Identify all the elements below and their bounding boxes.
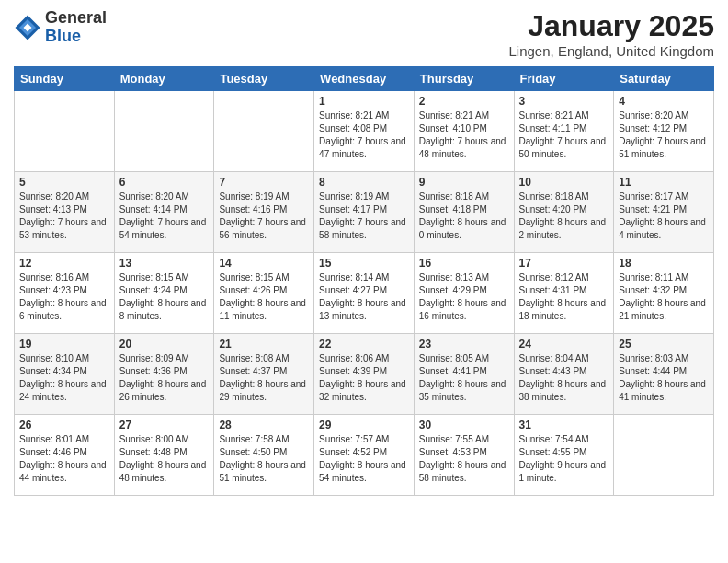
day-info: Sunrise: 8:05 AMSunset: 4:41 PMDaylight:… [419, 352, 509, 404]
day-number: 27 [119, 419, 210, 431]
table-row [15, 91, 115, 172]
day-number: 17 [519, 257, 609, 270]
table-row: 4 Sunrise: 8:20 AMSunset: 4:12 PMDayligh… [614, 91, 714, 172]
table-row: 27 Sunrise: 8:00 AMSunset: 4:48 PMDaylig… [114, 415, 214, 496]
day-number: 19 [19, 338, 109, 350]
day-number: 2 [419, 95, 509, 108]
calendar-week-row: 19 Sunrise: 8:10 AMSunset: 4:34 PMDaylig… [15, 334, 714, 415]
calendar-week-row: 26 Sunrise: 8:01 AMSunset: 4:46 PMDaylig… [15, 415, 714, 496]
table-row: 30 Sunrise: 7:55 AMSunset: 4:53 PMDaylig… [414, 415, 514, 496]
table-row: 9 Sunrise: 8:18 AMSunset: 4:18 PMDayligh… [414, 172, 514, 253]
day-number: 26 [19, 419, 109, 431]
day-number: 18 [619, 257, 709, 270]
table-row: 26 Sunrise: 8:01 AMSunset: 4:46 PMDaylig… [15, 415, 115, 496]
day-number: 10 [519, 176, 609, 189]
day-info: Sunrise: 8:03 AMSunset: 4:44 PMDaylight:… [619, 352, 709, 404]
day-info: Sunrise: 8:20 AMSunset: 4:14 PMDaylight:… [119, 190, 210, 242]
day-number: 24 [519, 338, 609, 350]
table-row [614, 415, 714, 496]
day-info: Sunrise: 8:16 AMSunset: 4:23 PMDaylight:… [19, 271, 109, 323]
day-number: 12 [19, 257, 109, 270]
location: Lingen, England, United Kingdom [509, 43, 715, 59]
day-number: 7 [219, 176, 309, 189]
table-row: 6 Sunrise: 8:20 AMSunset: 4:14 PMDayligh… [114, 172, 214, 253]
col-thursday: Thursday [414, 67, 514, 91]
logo-text: General Blue [45, 9, 107, 46]
table-row: 1 Sunrise: 8:21 AMSunset: 4:08 PMDayligh… [314, 91, 415, 172]
day-info: Sunrise: 8:06 AMSunset: 4:39 PMDaylight:… [319, 352, 409, 404]
day-number: 15 [319, 257, 409, 270]
table-row [114, 91, 214, 172]
day-info: Sunrise: 8:20 AMSunset: 4:12 PMDaylight:… [619, 109, 709, 161]
day-number: 3 [519, 95, 609, 108]
col-sunday: Sunday [15, 67, 115, 91]
day-number: 16 [419, 257, 509, 270]
day-info: Sunrise: 8:21 AMSunset: 4:10 PMDaylight:… [419, 109, 509, 161]
day-info: Sunrise: 8:04 AMSunset: 4:43 PMDaylight:… [519, 352, 609, 404]
day-number: 6 [119, 176, 210, 189]
day-info: Sunrise: 8:15 AMSunset: 4:26 PMDaylight:… [219, 271, 309, 323]
day-number: 9 [419, 176, 509, 189]
table-row: 29 Sunrise: 7:57 AMSunset: 4:52 PMDaylig… [314, 415, 415, 496]
day-info: Sunrise: 8:09 AMSunset: 4:36 PMDaylight:… [119, 352, 210, 404]
day-info: Sunrise: 8:11 AMSunset: 4:32 PMDaylight:… [619, 271, 709, 323]
table-row: 11 Sunrise: 8:17 AMSunset: 4:21 PMDaylig… [614, 172, 714, 253]
table-row: 23 Sunrise: 8:05 AMSunset: 4:41 PMDaylig… [414, 334, 514, 415]
table-row: 25 Sunrise: 8:03 AMSunset: 4:44 PMDaylig… [614, 334, 714, 415]
day-info: Sunrise: 8:19 AMSunset: 4:16 PMDaylight:… [219, 190, 309, 242]
col-monday: Monday [114, 67, 214, 91]
table-row: 10 Sunrise: 8:18 AMSunset: 4:20 PMDaylig… [514, 172, 614, 253]
day-info: Sunrise: 8:10 AMSunset: 4:34 PMDaylight:… [19, 352, 109, 404]
col-tuesday: Tuesday [214, 67, 314, 91]
table-row: 14 Sunrise: 8:15 AMSunset: 4:26 PMDaylig… [214, 253, 314, 334]
day-info: Sunrise: 7:54 AMSunset: 4:55 PMDaylight:… [519, 433, 609, 485]
logo-icon [14, 14, 41, 41]
table-row: 28 Sunrise: 7:58 AMSunset: 4:50 PMDaylig… [214, 415, 314, 496]
calendar-week-row: 5 Sunrise: 8:20 AMSunset: 4:13 PMDayligh… [15, 172, 714, 253]
table-row: 17 Sunrise: 8:12 AMSunset: 4:31 PMDaylig… [514, 253, 614, 334]
logo-general: General [45, 9, 107, 28]
table-row: 8 Sunrise: 8:19 AMSunset: 4:17 PMDayligh… [314, 172, 415, 253]
table-row: 20 Sunrise: 8:09 AMSunset: 4:36 PMDaylig… [114, 334, 214, 415]
day-info: Sunrise: 8:00 AMSunset: 4:48 PMDaylight:… [119, 433, 210, 485]
day-number: 14 [219, 257, 309, 270]
page-container: General Blue January 2025 Lingen, Englan… [0, 0, 728, 563]
day-number: 1 [319, 95, 409, 108]
day-number: 21 [219, 338, 309, 350]
day-number: 20 [119, 338, 210, 350]
col-wednesday: Wednesday [314, 67, 415, 91]
day-info: Sunrise: 8:19 AMSunset: 4:17 PMDaylight:… [319, 190, 409, 242]
day-info: Sunrise: 7:58 AMSunset: 4:50 PMDaylight:… [219, 433, 309, 485]
day-info: Sunrise: 8:08 AMSunset: 4:37 PMDaylight:… [219, 352, 309, 404]
calendar: Sunday Monday Tuesday Wednesday Thursday… [14, 66, 714, 496]
table-row: 3 Sunrise: 8:21 AMSunset: 4:11 PMDayligh… [514, 91, 614, 172]
day-number: 22 [319, 338, 409, 350]
table-row: 19 Sunrise: 8:10 AMSunset: 4:34 PMDaylig… [15, 334, 115, 415]
day-info: Sunrise: 8:12 AMSunset: 4:31 PMDaylight:… [519, 271, 609, 323]
logo-blue: Blue [45, 28, 107, 46]
day-number: 13 [119, 257, 210, 270]
day-info: Sunrise: 7:55 AMSunset: 4:53 PMDaylight:… [419, 433, 509, 485]
table-row [214, 91, 314, 172]
day-info: Sunrise: 8:01 AMSunset: 4:46 PMDaylight:… [19, 433, 109, 485]
title-section: January 2025 Lingen, England, United Kin… [509, 9, 715, 59]
table-row: 2 Sunrise: 8:21 AMSunset: 4:10 PMDayligh… [414, 91, 514, 172]
col-saturday: Saturday [614, 67, 714, 91]
day-info: Sunrise: 8:18 AMSunset: 4:20 PMDaylight:… [519, 190, 609, 242]
day-info: Sunrise: 8:14 AMSunset: 4:27 PMDaylight:… [319, 271, 409, 323]
day-number: 28 [219, 419, 309, 431]
table-row: 7 Sunrise: 8:19 AMSunset: 4:16 PMDayligh… [214, 172, 314, 253]
day-info: Sunrise: 8:17 AMSunset: 4:21 PMDaylight:… [619, 190, 709, 242]
header: General Blue January 2025 Lingen, Englan… [14, 9, 714, 59]
day-number: 23 [419, 338, 509, 350]
day-info: Sunrise: 8:21 AMSunset: 4:08 PMDaylight:… [319, 109, 409, 161]
table-row: 5 Sunrise: 8:20 AMSunset: 4:13 PMDayligh… [15, 172, 115, 253]
logo: General Blue [14, 9, 107, 46]
table-row: 12 Sunrise: 8:16 AMSunset: 4:23 PMDaylig… [15, 253, 115, 334]
day-number: 4 [619, 95, 709, 108]
day-number: 11 [619, 176, 709, 189]
day-info: Sunrise: 7:57 AMSunset: 4:52 PMDaylight:… [319, 433, 409, 485]
day-number: 29 [319, 419, 409, 431]
table-row: 15 Sunrise: 8:14 AMSunset: 4:27 PMDaylig… [314, 253, 415, 334]
day-info: Sunrise: 8:21 AMSunset: 4:11 PMDaylight:… [519, 109, 609, 161]
